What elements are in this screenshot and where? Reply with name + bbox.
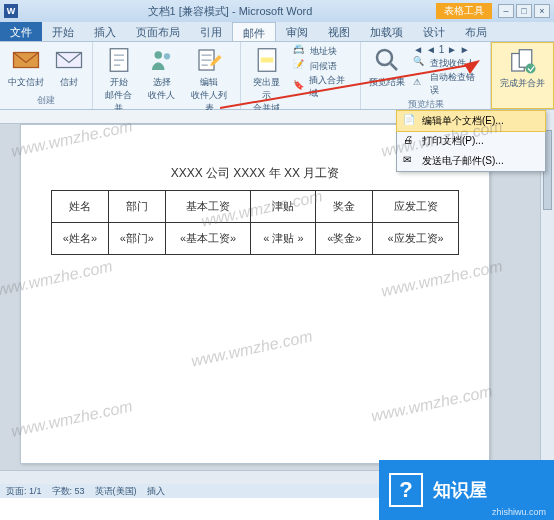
field-cell[interactable]: «部门»	[108, 223, 165, 255]
insert-mode[interactable]: 插入	[147, 485, 165, 498]
find-icon: 🔍	[413, 56, 427, 70]
header-cell[interactable]: 津贴	[251, 191, 316, 223]
tab-mailings[interactable]: 邮件	[232, 22, 276, 41]
svg-point-3	[154, 51, 162, 59]
tab-addins[interactable]: 加载项	[360, 22, 413, 41]
group-create: 中文信封 信封 创建	[0, 42, 93, 109]
insert-field-button[interactable]: 🔖插入合并域	[293, 74, 355, 100]
field-cell[interactable]: «基本工资»	[165, 223, 251, 255]
chinese-envelope-button[interactable]: 中文信封	[6, 44, 46, 90]
maximize-button[interactable]: □	[516, 4, 532, 18]
svg-point-11	[525, 64, 535, 74]
svg-point-8	[377, 50, 392, 65]
title-bar: W 文档1 [兼容模式] - Microsoft Word 表格工具 – □ ×	[0, 0, 554, 22]
close-button[interactable]: ×	[534, 4, 550, 18]
edit-individual-item[interactable]: 📄 编辑单个文档(E)...	[396, 110, 546, 132]
doc-icon: 📄	[403, 114, 417, 128]
edit-recipients-button[interactable]: 编辑 收件人列表	[185, 44, 234, 116]
envelope-red-icon	[11, 45, 41, 75]
envelope-icon	[54, 45, 84, 75]
group-start-merge: 开始 邮件合并 选择 收件人 编辑 收件人列表 开始邮件合并	[93, 42, 241, 109]
highlight-fields-button[interactable]: 突出显示 合并域	[247, 44, 287, 116]
ribbon-tabs: 文件 开始 插入 页面布局 引用 邮件 审阅 视图 加载项 设计 布局	[0, 22, 554, 42]
salary-table[interactable]: 姓名 部门 基本工资 津贴 奖金 应发工资 «姓名» «部门» «基本工资» «…	[51, 190, 459, 255]
field-icon: 🔖	[293, 80, 307, 94]
magnifier-icon	[372, 45, 402, 75]
greeting-icon: 📝	[293, 59, 307, 73]
envelope-button[interactable]: 信封	[52, 44, 86, 90]
tab-table-layout[interactable]: 布局	[455, 22, 497, 41]
group-label: 创建	[6, 93, 86, 107]
nav-record-buttons[interactable]: ◄ ◄ 1 ► ►	[413, 44, 484, 55]
ribbon: 中文信封 信封 创建 开始 邮件合并 选择 收件人 编辑 收件人列表 开始邮件	[0, 42, 554, 110]
check-icon: ⚠	[413, 77, 427, 91]
tab-review[interactable]: 审阅	[276, 22, 318, 41]
tab-layout[interactable]: 页面布局	[126, 22, 190, 41]
address-icon: 📇	[293, 44, 307, 58]
finish-merge-icon	[508, 46, 538, 76]
people-icon	[147, 45, 177, 75]
group-finish: 完成并合并	[491, 42, 554, 109]
page[interactable]: XXXX 公司 XXXX 年 XX 月工资 姓名 部门 基本工资 津贴 奖金 应…	[20, 124, 490, 464]
finish-merge-button[interactable]: 完成并合并	[498, 45, 547, 91]
address-block-button[interactable]: 📇地址块	[293, 44, 355, 58]
svg-rect-7	[260, 58, 273, 63]
question-icon: ?	[389, 473, 423, 507]
word-icon: W	[4, 4, 18, 18]
greeting-line-button[interactable]: 📝问候语	[293, 59, 355, 73]
header-cell[interactable]: 应发工资	[373, 191, 459, 223]
field-cell[interactable]: « 津贴 »	[251, 223, 316, 255]
start-merge-button[interactable]: 开始 邮件合并	[99, 44, 139, 116]
tab-design[interactable]: 设计	[413, 22, 455, 41]
tab-references[interactable]: 引用	[190, 22, 232, 41]
print-documents-item[interactable]: 🖨 打印文档(P)...	[397, 131, 545, 151]
tab-home[interactable]: 开始	[42, 22, 84, 41]
printer-icon: 🖨	[403, 134, 417, 148]
window-controls: – □ ×	[498, 4, 550, 18]
list-edit-icon	[194, 45, 224, 75]
header-cell[interactable]: 奖金	[316, 191, 373, 223]
header-cell[interactable]: 部门	[108, 191, 165, 223]
finish-merge-dropdown: 📄 编辑单个文档(E)... 🖨 打印文档(P)... ✉ 发送电子邮件(S).…	[396, 110, 546, 172]
page-icon	[104, 45, 134, 75]
select-recipients-button[interactable]: 选择 收件人	[145, 44, 179, 103]
brand-badge: ? 知识屋 zhishiwu.com	[379, 460, 554, 520]
svg-point-4	[164, 53, 170, 59]
table-header-row: 姓名 部门 基本工资 津贴 奖金 应发工资	[52, 191, 459, 223]
group-label	[498, 105, 547, 106]
group-label: 预览结果	[367, 97, 484, 111]
tab-file[interactable]: 文件	[0, 22, 42, 41]
word-count[interactable]: 字数: 53	[52, 485, 85, 498]
field-cell[interactable]: «奖金»	[316, 223, 373, 255]
send-email-item[interactable]: ✉ 发送电子邮件(S)...	[397, 151, 545, 171]
preview-results-button[interactable]: 预览结果	[367, 44, 407, 90]
page-indicator[interactable]: 页面: 1/1	[6, 485, 42, 498]
table-field-row: «姓名» «部门» «基本工资» « 津贴 » «奖金» «应发工资»	[52, 223, 459, 255]
field-cell[interactable]: «姓名»	[52, 223, 109, 255]
badge-url: zhishiwu.com	[492, 507, 546, 517]
header-cell[interactable]: 基本工资	[165, 191, 251, 223]
language-indicator[interactable]: 英语(美国)	[95, 485, 137, 498]
mail-icon: ✉	[403, 154, 417, 168]
header-cell[interactable]: 姓名	[52, 191, 109, 223]
highlight-icon	[252, 45, 282, 75]
tab-view[interactable]: 视图	[318, 22, 360, 41]
field-cell[interactable]: «应发工资»	[373, 223, 459, 255]
find-recipient-button[interactable]: 🔍查找收件人	[413, 56, 484, 70]
group-write-fields: 突出显示 合并域 📇地址块 📝问候语 🔖插入合并域 编写和插入域	[241, 42, 362, 109]
contextual-tab[interactable]: 表格工具	[436, 3, 492, 19]
window-title: 文档1 [兼容模式] - Microsoft Word	[24, 4, 436, 19]
group-preview: 预览结果 ◄ ◄ 1 ► ► 🔍查找收件人 ⚠自动检查错误 预览结果	[361, 42, 491, 109]
check-errors-button[interactable]: ⚠自动检查错误	[413, 71, 484, 97]
minimize-button[interactable]: –	[498, 4, 514, 18]
tab-insert[interactable]: 插入	[84, 22, 126, 41]
badge-text: 知识屋	[433, 478, 487, 502]
